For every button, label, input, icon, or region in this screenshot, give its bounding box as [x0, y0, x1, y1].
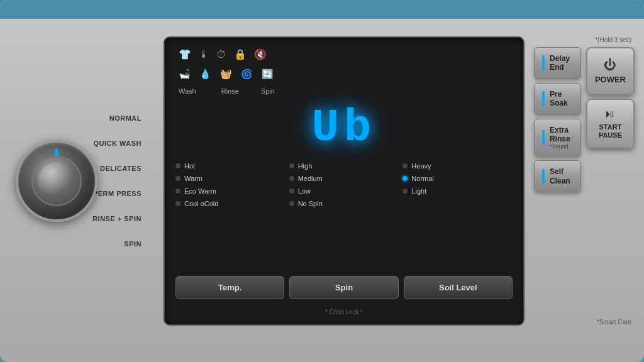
delay-end-indicator — [542, 55, 545, 70]
heavy-indicator — [402, 163, 408, 168]
swirl-icon: 🔄 — [262, 69, 274, 80]
dial-reflection — [38, 162, 75, 200]
extra-rinse-label: Extra Rinse — [550, 126, 573, 144]
normal-indicator — [402, 176, 408, 181]
no-spin-label: No Spin — [298, 200, 323, 207]
power-label: POWER — [595, 75, 626, 84]
spin-high: High — [289, 162, 399, 170]
spin-icon: 🌀 — [241, 69, 253, 80]
settings-grid: Hot Warm Eco Warm Cool oCold — [172, 159, 516, 268]
top-right-buttons: Delay End Pre Soak Extra Rinse *Sound Se… — [534, 47, 635, 192]
mode-dial[interactable] — [16, 140, 97, 222]
temp-warm: Warm — [175, 175, 286, 182]
eco-warm-indicator — [175, 189, 180, 194]
soil-normal: Normal — [402, 175, 513, 182]
right-panel: *(Hold 3 sec) Delay End Pre Soak Extra R… — [534, 36, 635, 326]
low-indicator — [289, 189, 294, 194]
temp-hot: Hot — [175, 162, 286, 170]
pre-soak-button[interactable]: Pre Soak — [534, 83, 581, 115]
start-pause-icon: ⏯ — [604, 107, 616, 121]
main-bottom-buttons: Temp. Spin Soil Level — [172, 273, 516, 302]
self-clean-indicator — [542, 169, 545, 184]
delay-end-button[interactable]: Delay End — [534, 47, 581, 79]
dial-labels: NORMAL QUICK WASH DELICATES PERM PRESS R… — [92, 114, 142, 248]
eco-warm-label: Eco Warm — [184, 187, 216, 195]
no-spin-indicator — [289, 201, 294, 206]
hold-note: *(Hold 3 sec) — [534, 36, 635, 43]
soil-light: Light — [402, 187, 513, 195]
spin-label: Spin — [261, 87, 275, 95]
dial-inner — [31, 156, 82, 206]
low-label: Low — [298, 187, 311, 195]
top-icons-row: 👕 🌡 ⏱ 🔒 🔇 — [172, 45, 516, 63]
main-display-panel: 👕 🌡 ⏱ 🔒 🔇 🛁 💧 🧺 🌀 🔄 Wash Rinse Spin — [164, 36, 525, 326]
child-lock-label: * Child Lock * — [172, 307, 516, 317]
pre-soak-label: Pre Soak — [550, 90, 573, 108]
smart-care-note: *Smart Care — [534, 319, 635, 326]
temp-eco-warm: Eco Warm — [175, 187, 286, 195]
start-pause-button[interactable]: ⏯ STARTPAUSE — [586, 99, 635, 148]
self-clean-button[interactable]: Self Clean — [534, 160, 581, 192]
pre-soak-indicator — [542, 91, 545, 106]
light-label: Light — [411, 187, 426, 195]
side-control-buttons: Delay End Pre Soak Extra Rinse *Sound Se… — [534, 47, 581, 192]
light-indicator — [402, 189, 408, 194]
lock-icon: 🔒 — [234, 48, 247, 60]
mode-delicates: DELICATES — [92, 165, 142, 172]
power-button[interactable]: ⏻ POWER — [586, 47, 635, 95]
start-pause-label: STARTPAUSE — [599, 123, 622, 140]
hot-label: Hot — [184, 162, 195, 170]
self-clean-label: Self Clean — [550, 167, 573, 185]
hot-indicator — [175, 163, 180, 168]
water-drops-icon: 💧 — [199, 69, 211, 80]
extra-rinse-labels: Extra Rinse *Sound — [550, 126, 573, 150]
temp-settings: Hot Warm Eco Warm Cool oCold — [175, 162, 286, 265]
warm-label: Warm — [184, 175, 203, 182]
dial-section: NORMAL QUICK WASH DELICATES PERM PRESS R… — [9, 30, 154, 332]
cool-cold-label: Cool oCold — [184, 200, 218, 207]
error-code-display: Ub — [312, 106, 376, 151]
soil-level-button[interactable]: Soil Level — [404, 276, 513, 299]
sound-icon: 🔇 — [254, 48, 267, 60]
shirt-icon: 👕 — [179, 48, 191, 60]
error-display-area: Ub — [172, 102, 516, 154]
high-indicator — [289, 163, 294, 168]
power-icon: ⏻ — [604, 58, 616, 72]
tub-icon: 🛁 — [179, 69, 191, 80]
wash-phase-labels: Wash Rinse Spin — [172, 85, 516, 97]
soil-settings: Heavy Normal Light — [402, 162, 513, 265]
timer-icon: ⏱ — [216, 49, 226, 60]
spin-button[interactable]: Spin — [289, 276, 398, 299]
spin-settings: High Medium Low No Spin — [289, 162, 399, 265]
temp-button[interactable]: Temp. — [175, 276, 284, 299]
mode-normal: NORMAL — [92, 114, 142, 122]
medium-label: Medium — [298, 175, 323, 182]
mode-rinse-spin: RINSE + SPIN — [92, 215, 142, 222]
temp-cool-cold: Cool oCold — [175, 200, 286, 207]
mode-quick-wash: QUICK WASH — [92, 140, 142, 147]
spin-no-spin: No Spin — [289, 200, 399, 207]
wash-label: Wash — [179, 87, 196, 95]
delay-end-label: Delay End — [550, 54, 573, 72]
status-icons: 👕 🌡 ⏱ 🔒 🔇 — [179, 48, 267, 60]
thermometer-icon: 🌡 — [199, 49, 209, 60]
wash-mode-icons: 🛁 💧 🧺 🌀 🔄 — [172, 69, 516, 80]
power-start-buttons: ⏻ POWER ⏯ STARTPAUSE — [586, 47, 635, 192]
normal-label: Normal — [411, 175, 433, 182]
spin-low: Low — [289, 187, 399, 195]
spin-medium: Medium — [289, 175, 399, 182]
extra-rinse-indicator — [542, 130, 545, 145]
cool-cold-indicator — [175, 201, 180, 206]
rinse-label: Rinse — [221, 87, 239, 95]
mode-spin: SPIN — [92, 240, 142, 248]
heavy-label: Heavy — [411, 162, 431, 170]
medium-indicator — [289, 176, 294, 181]
wash-tub-icon: 🧺 — [220, 69, 232, 80]
washer-panel: NORMAL QUICK WASH DELICATES PERM PRESS R… — [0, 0, 644, 362]
high-label: High — [298, 162, 313, 170]
extra-rinse-sublabel: *Sound — [550, 143, 573, 150]
soil-heavy: Heavy — [402, 162, 513, 170]
mode-perm-press: PERM PRESS — [92, 190, 142, 197]
extra-rinse-button[interactable]: Extra Rinse *Sound — [534, 119, 581, 157]
warm-indicator — [175, 176, 180, 181]
